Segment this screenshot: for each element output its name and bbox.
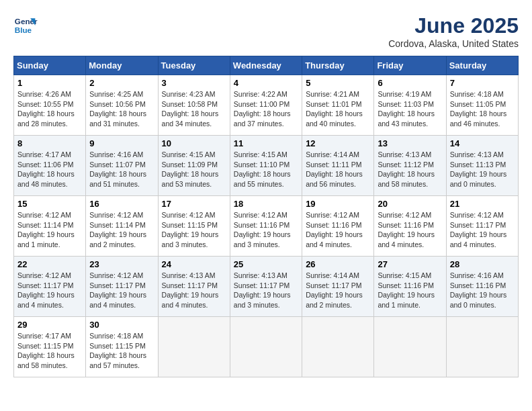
daylight-label: Daylight: 19 hours and 4 minutes.	[17, 291, 75, 309]
sunset-label: Sunset: 11:15 PM	[17, 342, 73, 350]
sunrise-label: Sunrise: 4:13 AM	[378, 150, 431, 158]
sunrise-label: Sunrise: 4:18 AM	[450, 90, 504, 98]
daylight-label: Daylight: 19 hours and 3 minutes.	[234, 291, 291, 309]
day-number: 27	[378, 259, 442, 269]
sunrise-label: Sunrise: 4:15 AM	[162, 150, 216, 158]
day-info: Sunrise: 4:16 AM Sunset: 11:16 PM Daylig…	[450, 271, 515, 310]
calendar-cell: 22 Sunrise: 4:12 AM Sunset: 11:17 PM Day…	[14, 257, 86, 317]
sunrise-label: Sunrise: 4:14 AM	[306, 271, 359, 279]
sunrise-label: Sunrise: 4:12 AM	[378, 211, 431, 219]
day-info: Sunrise: 4:26 AM Sunset: 10:55 PM Daylig…	[17, 89, 82, 129]
title-area: June 2025 Cordova, Alaska, United States	[388, 13, 519, 49]
day-number: 13	[378, 138, 442, 148]
daylight-label: Daylight: 18 hours and 56 minutes.	[306, 170, 363, 188]
calendar-cell: 29 Sunrise: 4:17 AM Sunset: 11:15 PM Day…	[14, 317, 86, 377]
calendar-header-row: SundayMondayTuesdayWednesdayThursdayFrid…	[14, 56, 519, 75]
sunset-label: Sunset: 11:16 PM	[234, 221, 290, 229]
day-number: 3	[162, 78, 226, 88]
day-info: Sunrise: 4:13 AM Sunset: 11:17 PM Daylig…	[162, 271, 226, 310]
day-info: Sunrise: 4:12 AM Sunset: 11:16 PM Daylig…	[306, 210, 370, 250]
col-header-monday: Monday	[86, 56, 158, 75]
calendar-week-row: 29 Sunrise: 4:17 AM Sunset: 11:15 PM Day…	[14, 317, 519, 377]
calendar-cell: 18 Sunrise: 4:12 AM Sunset: 11:16 PM Day…	[230, 196, 302, 257]
day-info: Sunrise: 4:17 AM Sunset: 11:15 PM Daylig…	[17, 331, 82, 371]
day-info: Sunrise: 4:16 AM Sunset: 11:07 PM Daylig…	[89, 150, 154, 189]
calendar-cell: 24 Sunrise: 4:13 AM Sunset: 11:17 PM Day…	[158, 257, 230, 317]
sunrise-label: Sunrise: 4:12 AM	[89, 211, 143, 219]
calendar-cell	[302, 317, 374, 377]
sunset-label: Sunset: 10:56 PM	[89, 100, 145, 108]
day-info: Sunrise: 4:21 AM Sunset: 11:01 PM Daylig…	[306, 89, 370, 129]
day-number: 25	[234, 259, 298, 269]
daylight-label: Daylight: 18 hours and 48 minutes.	[17, 170, 75, 188]
day-info: Sunrise: 4:19 AM Sunset: 11:03 PM Daylig…	[378, 89, 442, 129]
calendar-week-row: 22 Sunrise: 4:12 AM Sunset: 11:17 PM Day…	[14, 257, 519, 317]
logo: General Blue	[13, 13, 38, 38]
day-info: Sunrise: 4:12 AM Sunset: 11:16 PM Daylig…	[234, 210, 298, 250]
sunset-label: Sunset: 11:16 PM	[378, 281, 433, 289]
day-number: 7	[450, 78, 515, 88]
day-info: Sunrise: 4:12 AM Sunset: 11:17 PM Daylig…	[17, 271, 82, 310]
daylight-label: Daylight: 19 hours and 1 minute.	[378, 291, 435, 309]
calendar-cell: 21 Sunrise: 4:12 AM Sunset: 11:17 PM Day…	[446, 196, 518, 257]
sunrise-label: Sunrise: 4:18 AM	[89, 332, 143, 340]
daylight-label: Daylight: 19 hours and 3 minutes.	[162, 230, 219, 248]
sunset-label: Sunset: 11:05 PM	[450, 100, 506, 108]
day-number: 30	[89, 320, 154, 330]
day-info: Sunrise: 4:13 AM Sunset: 11:13 PM Daylig…	[450, 150, 515, 189]
day-info: Sunrise: 4:12 AM Sunset: 11:14 PM Daylig…	[17, 210, 82, 250]
calendar-cell: 4 Sunrise: 4:22 AM Sunset: 11:00 PM Dayl…	[230, 75, 302, 136]
calendar-cell: 17 Sunrise: 4:12 AM Sunset: 11:15 PM Day…	[158, 196, 230, 257]
day-number: 15	[17, 199, 82, 209]
day-info: Sunrise: 4:12 AM Sunset: 11:14 PM Daylig…	[89, 210, 154, 250]
calendar-cell: 15 Sunrise: 4:12 AM Sunset: 11:14 PM Day…	[14, 196, 86, 257]
sunrise-label: Sunrise: 4:13 AM	[234, 271, 287, 279]
calendar-week-row: 8 Sunrise: 4:17 AM Sunset: 11:06 PM Dayl…	[14, 136, 519, 196]
daylight-label: Daylight: 19 hours and 4 minutes.	[306, 230, 363, 248]
calendar-cell: 20 Sunrise: 4:12 AM Sunset: 11:16 PM Day…	[374, 196, 446, 257]
page-header: General Blue June 2025 Cordova, Alaska, …	[13, 13, 519, 49]
calendar-cell	[374, 317, 446, 377]
sunset-label: Sunset: 11:15 PM	[162, 221, 218, 229]
sunset-label: Sunset: 11:15 PM	[89, 342, 145, 350]
calendar-week-row: 1 Sunrise: 4:26 AM Sunset: 10:55 PM Dayl…	[14, 75, 519, 136]
sunset-label: Sunset: 11:09 PM	[162, 161, 218, 169]
sunrise-label: Sunrise: 4:16 AM	[89, 150, 143, 158]
calendar-cell: 1 Sunrise: 4:26 AM Sunset: 10:55 PM Dayl…	[14, 75, 86, 136]
sunrise-label: Sunrise: 4:14 AM	[306, 150, 359, 158]
sunrise-label: Sunrise: 4:17 AM	[17, 150, 71, 158]
calendar-cell: 6 Sunrise: 4:19 AM Sunset: 11:03 PM Dayl…	[374, 75, 446, 136]
sunrise-label: Sunrise: 4:12 AM	[17, 211, 71, 219]
daylight-label: Daylight: 19 hours and 3 minutes.	[234, 230, 291, 248]
sunset-label: Sunset: 11:03 PM	[378, 100, 433, 108]
sunrise-label: Sunrise: 4:12 AM	[234, 211, 287, 219]
day-number: 24	[162, 259, 226, 269]
calendar-cell: 7 Sunrise: 4:18 AM Sunset: 11:05 PM Dayl…	[446, 75, 518, 136]
day-number: 12	[306, 138, 370, 148]
daylight-label: Daylight: 19 hours and 4 minutes.	[89, 291, 146, 309]
calendar-cell: 27 Sunrise: 4:15 AM Sunset: 11:16 PM Day…	[374, 257, 446, 317]
sunrise-label: Sunrise: 4:22 AM	[234, 90, 287, 98]
calendar-cell: 8 Sunrise: 4:17 AM Sunset: 11:06 PM Dayl…	[14, 136, 86, 196]
day-info: Sunrise: 4:12 AM Sunset: 11:17 PM Daylig…	[89, 271, 154, 310]
calendar-cell: 23 Sunrise: 4:12 AM Sunset: 11:17 PM Day…	[86, 257, 158, 317]
daylight-label: Daylight: 18 hours and 46 minutes.	[450, 109, 507, 128]
daylight-label: Daylight: 18 hours and 53 minutes.	[162, 170, 219, 188]
sunset-label: Sunset: 11:17 PM	[162, 281, 218, 289]
daylight-label: Daylight: 19 hours and 4 minutes.	[162, 291, 219, 309]
sunset-label: Sunset: 11:14 PM	[17, 221, 73, 229]
day-info: Sunrise: 4:12 AM Sunset: 11:17 PM Daylig…	[450, 210, 515, 250]
day-info: Sunrise: 4:15 AM Sunset: 11:16 PM Daylig…	[378, 271, 442, 310]
col-header-wednesday: Wednesday	[230, 56, 302, 75]
sunset-label: Sunset: 11:11 PM	[306, 161, 361, 169]
day-info: Sunrise: 4:22 AM Sunset: 11:00 PM Daylig…	[234, 89, 298, 129]
calendar-cell: 9 Sunrise: 4:16 AM Sunset: 11:07 PM Dayl…	[86, 136, 158, 196]
day-info: Sunrise: 4:12 AM Sunset: 11:16 PM Daylig…	[378, 210, 442, 250]
calendar-cell: 3 Sunrise: 4:23 AM Sunset: 10:58 PM Dayl…	[158, 75, 230, 136]
day-number: 22	[17, 259, 82, 269]
sunset-label: Sunset: 11:13 PM	[450, 161, 506, 169]
day-info: Sunrise: 4:14 AM Sunset: 11:11 PM Daylig…	[306, 150, 370, 189]
day-number: 9	[89, 138, 154, 148]
sunset-label: Sunset: 10:55 PM	[17, 100, 73, 108]
sunset-label: Sunset: 11:16 PM	[450, 281, 506, 289]
